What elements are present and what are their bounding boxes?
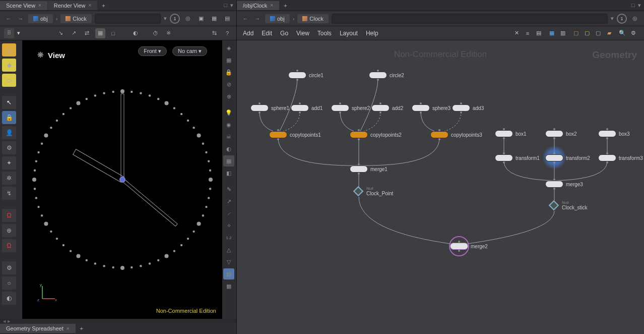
gear-tool-icon[interactable]: ⚙ (2, 261, 16, 274)
tab-scene-view[interactable]: Scene View× (0, 1, 47, 10)
vp-tool-icon[interactable]: ◉ (223, 119, 234, 130)
vp-tool-icon[interactable]: ▨ (223, 268, 234, 280)
select-tool-icon[interactable]: ↖ (2, 96, 16, 109)
shelf-tool-icon[interactable]: ↯ (2, 187, 16, 200)
chevron-down-icon[interactable]: ▾ (164, 15, 167, 22)
vp-tool-icon[interactable]: △ (223, 244, 234, 255)
tool-icon[interactable]: ▢ (594, 29, 603, 38)
nav-back-button[interactable]: ← (241, 14, 250, 23)
menu-add[interactable]: Add (243, 30, 253, 37)
shelf-tool-icon[interactable]: 👤 (2, 126, 16, 139)
sel-tool-7-icon[interactable]: ⏱ (151, 28, 161, 38)
vp-tool-icon[interactable]: ↗ (223, 196, 234, 207)
shelf-tool-icon[interactable]: ✲ (2, 172, 16, 185)
tab-network[interactable]: /obj/Clock× (237, 1, 279, 10)
path-chip-node[interactable]: Clock (60, 14, 92, 23)
search-icon[interactable]: 🔍 (618, 29, 627, 38)
vp-tool-icon[interactable]: ✧ (223, 220, 234, 231)
vp-tool-icon[interactable]: ☠ (223, 131, 234, 142)
shelf-tool-icon[interactable]: ◆ (2, 59, 16, 72)
magnet-tool-icon[interactable]: Ω (2, 209, 16, 222)
sel-tool-3-icon[interactable]: ⇄ (82, 28, 92, 38)
node-merge3[interactable]: merge3 (545, 181, 583, 188)
vp-light-icon[interactable]: 💡 (223, 107, 234, 118)
display-opt3-icon[interactable]: ▤ (222, 14, 232, 24)
close-icon[interactable]: × (89, 3, 92, 8)
shelf-tool-icon[interactable]: ⊕ (2, 224, 16, 237)
lock-icon[interactable]: 🔒 (223, 67, 234, 78)
path-input[interactable] (332, 14, 608, 24)
shelf-tool-icon[interactable]: ◇ (2, 74, 16, 87)
sel-opt-icon[interactable]: ⇆ (209, 28, 219, 38)
node-merge2[interactable]: merge2 (450, 243, 488, 250)
vp-tool-icon[interactable]: 1.2 (223, 232, 234, 243)
display-opt2-icon[interactable]: ▦ (209, 14, 219, 24)
vp-tool-icon[interactable]: ◐ (223, 143, 234, 154)
path-chip-node[interactable]: Clock (297, 14, 329, 23)
camera-dropdown[interactable]: No cam ▾ (172, 46, 207, 56)
shelf-tool-icon[interactable]: ⚙ (2, 141, 16, 154)
node-transform2[interactable]: transform2 (545, 154, 590, 161)
node-sphere1[interactable]: sphere1 (250, 104, 289, 112)
tab-render-view[interactable]: Render View× (48, 1, 98, 10)
maximize-icon[interactable]: □ (631, 2, 635, 9)
sel-tool-5-icon[interactable]: □ (108, 28, 118, 38)
vp-tool-icon[interactable]: ⟋ (223, 208, 234, 219)
tool-icon[interactable]: ▤ (534, 29, 543, 38)
path-chip-obj[interactable]: obj (28, 14, 53, 23)
node-sphere2[interactable]: sphere2 (331, 104, 370, 112)
nav-back-button[interactable]: ← (4, 14, 13, 23)
shelf-tool-icon[interactable]: ○ (2, 276, 16, 290)
close-icon[interactable]: × (38, 3, 41, 8)
tool-icon[interactable]: ▥ (558, 29, 567, 38)
gear-icon[interactable]: ⚙ (629, 29, 638, 38)
menu-chevron-icon[interactable]: ▾ (230, 2, 233, 9)
maximize-icon[interactable]: □ (224, 2, 227, 9)
pin-button[interactable]: 1 (170, 14, 180, 24)
help-icon[interactable]: ? (222, 28, 232, 38)
viewport[interactable]: ❋View Front ▾ No cam ▾ y (22, 40, 222, 319)
note-icon[interactable]: ▢ (583, 29, 592, 38)
shelf-tool-icon[interactable]: △ (2, 43, 16, 57)
vp-tool-icon[interactable]: ⊘ (223, 79, 234, 90)
close-icon[interactable]: × (67, 326, 70, 331)
add-tab-button[interactable]: + (280, 1, 291, 10)
tool-icon[interactable]: ▰ (605, 29, 614, 38)
node-box1[interactable]: box1 (495, 130, 527, 137)
menu-tools[interactable]: Tools (317, 30, 332, 37)
tool-icon[interactable]: ▢ (571, 29, 581, 38)
vp-tool-icon[interactable]: ◧ (223, 168, 234, 179)
vp-shade-icon[interactable]: ▦ (223, 155, 234, 166)
node-copytopoints2[interactable]: copytopoints2 (350, 131, 402, 138)
tool-icon[interactable]: ≡ (523, 29, 532, 38)
menu-chevron-icon[interactable]: ▾ (638, 2, 641, 9)
view-dropdown[interactable]: Front ▾ (138, 46, 167, 56)
close-icon[interactable]: × (270, 3, 273, 8)
chevron-down-icon[interactable]: ▾ (611, 15, 614, 22)
node-merge1[interactable]: merge1 (350, 165, 388, 173)
vp-checker-icon[interactable]: ▩ (223, 281, 234, 292)
node-transform3[interactable]: transform3 (598, 154, 643, 161)
display-opt-icon[interactable]: ▣ (196, 14, 206, 24)
sel-tool-8-icon[interactable]: ※ (164, 28, 174, 38)
shelf-tool-icon[interactable]: ◐ (2, 292, 16, 305)
vp-tool-icon[interactable]: ▦ (223, 54, 234, 66)
link-icon[interactable]: ◎ (630, 14, 640, 24)
sel-tool-6-icon[interactable]: ◐ (131, 28, 141, 38)
node-transform1[interactable]: transform1 (495, 154, 540, 161)
tool-icon[interactable]: ▦ (547, 29, 556, 38)
sel-tool-2-icon[interactable]: ↗ (69, 28, 79, 38)
node-add1[interactable]: add1 (291, 104, 323, 112)
shelf-tool-icon[interactable]: ✦ (2, 156, 16, 170)
add-tab-button[interactable]: + (98, 1, 109, 10)
node-circle1[interactable]: circle1 (288, 72, 324, 79)
vp-tool-icon[interactable]: ◈ (223, 42, 234, 53)
vp-tool-icon[interactable]: ▽ (223, 256, 234, 267)
tool-icon[interactable]: ✕ (512, 29, 521, 38)
menu-go[interactable]: Go (280, 30, 288, 37)
node-clock-stick[interactable]: NullClock_stick (548, 200, 588, 211)
node-sphere3[interactable]: sphere3 (412, 104, 450, 112)
path-input[interactable] (95, 14, 161, 24)
sel-tool-4-icon[interactable]: ▦ (95, 28, 105, 38)
add-tab-button[interactable]: + (76, 324, 87, 333)
